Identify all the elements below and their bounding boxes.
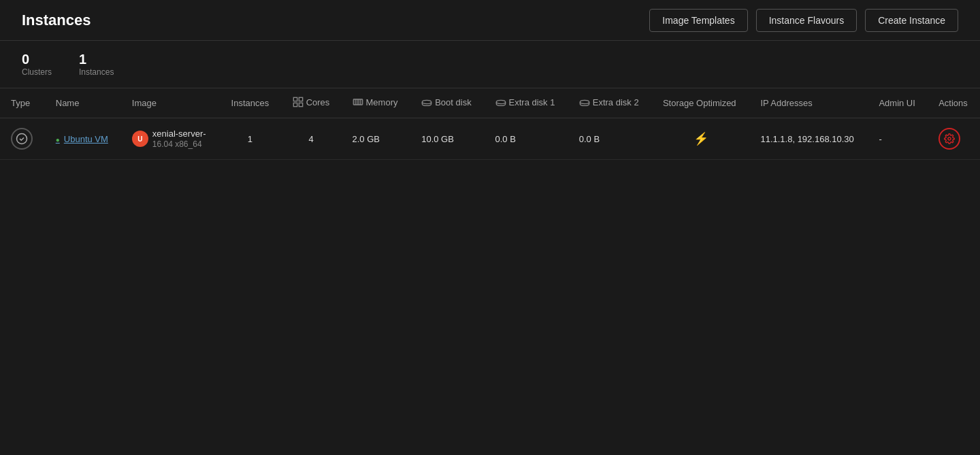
extra-disk-2-icon — [579, 97, 590, 107]
instances-count: 1 — [79, 52, 86, 67]
ubuntu-icon: U — [132, 131, 148, 147]
col-boot-disk: Boot disk — [410, 88, 484, 118]
storage-optimized-check-icon: ⚡ — [693, 132, 708, 146]
col-name: Name — [45, 88, 121, 118]
table-row: Ubuntu VM U xenial-server- 16.04 x86_64 … — [0, 118, 980, 160]
svg-rect-2 — [293, 103, 297, 106]
memory-icon — [353, 97, 363, 107]
vm-type-icon — [11, 128, 33, 150]
clusters-label: Clusters — [22, 67, 52, 77]
col-actions: Actions — [928, 88, 980, 118]
create-instance-button[interactable]: Create Instance — [865, 9, 958, 32]
stat-instances: 1 Instances — [79, 52, 114, 77]
col-instances: Instances — [219, 88, 280, 118]
cell-admin-ui: - — [868, 118, 928, 160]
vm-icon — [16, 133, 28, 145]
header: Instances Image Templates Instance Flavo… — [0, 0, 980, 41]
svg-point-10 — [496, 100, 505, 103]
col-type: Type — [0, 88, 45, 118]
cell-type — [0, 118, 45, 160]
table-header-row: Type Name Image Instances Cores Memory — [0, 88, 980, 118]
cell-actions — [928, 118, 980, 160]
col-cores: Cores — [280, 88, 341, 118]
cell-memory: 2.0 GB — [342, 118, 411, 160]
svg-point-11 — [580, 100, 589, 103]
cell-storage-optimized: ⚡ — [652, 118, 749, 160]
svg-point-13 — [948, 137, 951, 140]
svg-point-12 — [17, 134, 27, 144]
cell-extra-disk-2: 0.0 B — [568, 118, 652, 160]
col-storage-optimized: Storage Optimized — [652, 88, 749, 118]
stat-clusters: 0 Clusters — [22, 52, 52, 77]
image-info: U xenial-server- 16.04 x86_64 — [132, 129, 209, 149]
image-templates-button[interactable]: Image Templates — [649, 9, 747, 32]
image-name-text: xenial-server- 16.04 x86_64 — [152, 129, 206, 149]
col-extra-disk-2: Extra disk 2 — [568, 88, 652, 118]
instances-table: Type Name Image Instances Cores Memory — [0, 88, 980, 160]
cell-instances: 1 — [219, 118, 280, 160]
instances-table-container: Type Name Image Instances Cores Memory — [0, 88, 980, 160]
cell-boot-disk: 10.0 GB — [410, 118, 484, 160]
instance-flavours-button[interactable]: Instance Flavours — [756, 9, 858, 32]
col-admin-ui: Admin UI — [868, 88, 928, 118]
instances-label: Instances — [79, 67, 114, 77]
instance-name-link[interactable]: Ubuntu VM — [56, 134, 108, 144]
actions-gear-button[interactable] — [938, 128, 960, 150]
svg-rect-4 — [353, 99, 362, 105]
svg-point-9 — [423, 100, 431, 103]
extra-disk-1-icon — [495, 97, 506, 107]
header-actions: Image Templates Instance Flavours Create… — [649, 9, 958, 32]
col-image: Image — [121, 88, 220, 118]
cell-cores: 4 — [280, 118, 341, 160]
page-title: Instances — [22, 12, 91, 29]
col-ip-addresses: IP Addresses — [749, 88, 868, 118]
cores-icon — [293, 97, 304, 107]
cell-ip-addresses: 11.1.1.8, 192.168.10.30 — [749, 118, 868, 160]
col-memory: Memory — [342, 88, 411, 118]
cell-name: Ubuntu VM — [45, 118, 121, 160]
svg-rect-1 — [299, 97, 302, 101]
clusters-count: 0 — [22, 52, 29, 67]
svg-rect-0 — [293, 97, 297, 101]
stats-bar: 0 Clusters 1 Instances — [0, 41, 980, 88]
svg-rect-3 — [299, 103, 302, 106]
cell-extra-disk-1: 0.0 B — [485, 118, 568, 160]
boot-disk-icon — [421, 97, 432, 107]
cell-image: U xenial-server- 16.04 x86_64 — [121, 118, 220, 160]
gear-icon — [944, 133, 955, 144]
col-extra-disk-1: Extra disk 1 — [485, 88, 568, 118]
